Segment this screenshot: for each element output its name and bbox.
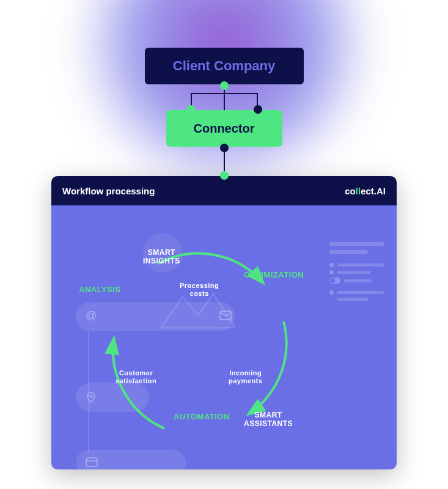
- mini-row: [329, 278, 384, 284]
- mini-bar: [329, 242, 384, 246]
- panel-title: Workflow processing: [62, 186, 155, 196]
- mini-row: [329, 270, 384, 274]
- label-smart-insights: SMART INSIGHTS: [143, 248, 180, 266]
- workflow-panel: Workflow processing collect.AI @: [51, 176, 397, 469]
- client-company-label: Client Company: [173, 58, 275, 74]
- fork-dot-left: [186, 105, 195, 114]
- client-company-box: Client Company: [145, 48, 304, 84]
- fork-verticals: [191, 93, 258, 94]
- brand-logo: collect.AI: [345, 186, 386, 196]
- mini-dot-icon: [329, 263, 334, 267]
- mini-stub: [337, 298, 368, 301]
- label-processing-costs: Processing costs: [180, 282, 219, 298]
- connector-dot-bottom-dark: [220, 144, 229, 152]
- mini-dot-icon: [329, 270, 334, 274]
- panel-header: Workflow processing collect.AI: [51, 176, 397, 205]
- mini-bar: [329, 250, 368, 254]
- mini-row: [329, 263, 384, 267]
- mini-row: [329, 298, 384, 301]
- mini-stub: [344, 279, 372, 282]
- mini-row: [329, 290, 384, 295]
- panel-body: @ SMART INSIGHTS OPTIMIZATION ANALYSIS: [51, 205, 397, 469]
- connector-dot: [220, 81, 229, 90]
- mini-dot-icon: [329, 290, 334, 295]
- mini-stub: [337, 291, 384, 294]
- label-smart-assistants: SMART ASSISTANTS: [244, 411, 293, 428]
- mini-stub: [337, 271, 370, 274]
- label-customer-satisfaction: Customer satisfaction: [116, 369, 156, 385]
- label-optimization: OPTIMIZATION: [244, 270, 304, 280]
- brand-prefix: co: [345, 186, 356, 196]
- fork-dot-right: [254, 105, 262, 114]
- connector-label: Connector: [194, 122, 255, 136]
- label-incoming-payments: Incoming payments: [229, 369, 262, 385]
- label-automation: AUTOMATION: [174, 412, 230, 422]
- brand-suffix: ect.AI: [361, 186, 386, 196]
- mini-stub: [337, 263, 384, 267]
- mini-ui-preview: [329, 242, 384, 304]
- connector-dot-bottom-green: [220, 171, 229, 180]
- brand-accent: ll: [356, 186, 361, 196]
- mini-toggle-icon: [329, 278, 340, 284]
- label-analysis: ANALYSIS: [79, 285, 121, 295]
- connector-box: Connector: [166, 110, 282, 147]
